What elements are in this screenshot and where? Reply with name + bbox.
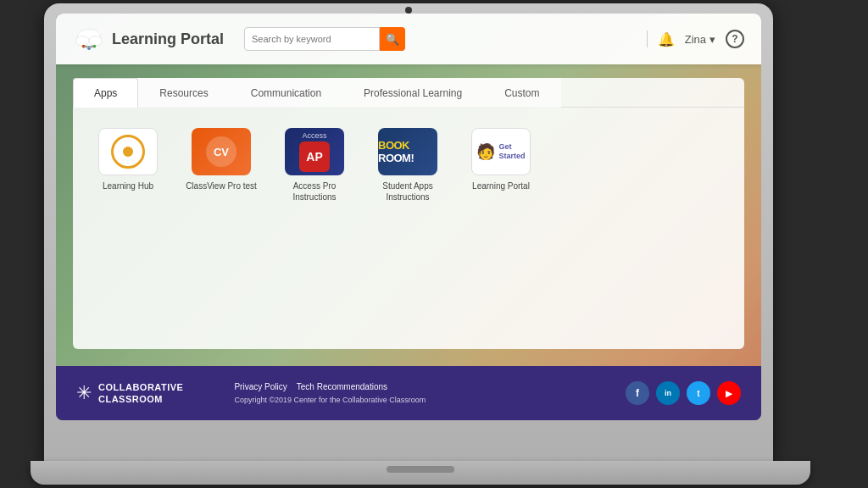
tab-apps[interactable]: Apps — [73, 78, 138, 108]
main-content: Apps Resources Communication Professiona… — [73, 78, 744, 349]
tab-resources[interactable]: Resources — [138, 78, 229, 108]
laptop-outer: Learning Portal 🔍 🔔 Zina ▾ — [44, 3, 773, 461]
svg-point-1 — [76, 36, 89, 46]
user-area[interactable]: Zina ▾ — [685, 33, 715, 46]
cv-icon: CV — [206, 136, 236, 167]
social-youtube[interactable]: ▶ — [717, 381, 741, 405]
app-icon-access-pro: Access AP — [285, 128, 344, 175]
bell-icon[interactable]: 🔔 — [658, 31, 675, 47]
app-label-bookroom: Student Apps Instructions — [370, 180, 446, 202]
header: Learning Portal 🔍 🔔 Zina ▾ — [56, 14, 761, 64]
webcam — [405, 7, 412, 14]
user-chevron-icon: ▾ — [709, 33, 715, 46]
tab-custom[interactable]: Custom — [483, 78, 560, 108]
help-icon: ? — [732, 33, 737, 45]
lh-inner — [123, 147, 133, 157]
gs-person-icon: 🧑 — [476, 142, 495, 161]
app-item-bookroom[interactable]: BOOK ROOM! Student Apps Instructions — [370, 128, 446, 202]
app-icon-get-started: 🧑 GetStarted — [471, 128, 531, 175]
search-input[interactable] — [244, 27, 380, 51]
app-label-get-started: Learning Portal — [472, 180, 530, 191]
social-twitter[interactable]: t — [687, 381, 710, 405]
app-grid: Learning Hub CV ClassView Pro test — [73, 108, 744, 223]
app-label-access-pro: Access Pro Instructions — [276, 180, 353, 202]
logo-title: Learning Portal — [112, 30, 224, 48]
privacy-policy-link[interactable]: Privacy Policy — [234, 382, 289, 391]
room-label: ROOM! — [378, 152, 414, 164]
tab-communication[interactable]: Communication — [230, 78, 342, 108]
app-icon-bookroom: BOOK ROOM! — [378, 128, 437, 175]
user-name: Zina — [685, 33, 706, 46]
app-item-classview[interactable]: CV ClassView Pro test — [183, 128, 259, 202]
ap-badge: Access AP — [299, 131, 330, 172]
footer-org-name: COLLABORATIVE CLASSROOM — [98, 381, 183, 406]
footer: ✳ COLLABORATIVE CLASSROOM Privacy Policy — [56, 366, 761, 420]
tech-recommendations-link[interactable]: Tech Recommendations — [297, 382, 387, 391]
app-item-get-started[interactable]: 🧑 GetStarted Learning Portal — [463, 128, 539, 202]
app-label-classview: ClassView Pro test — [186, 180, 257, 191]
search-area: 🔍 — [244, 27, 647, 51]
search-button[interactable]: 🔍 — [380, 27, 405, 51]
tab-professional-learning[interactable]: Professional Learning — [342, 78, 483, 108]
header-divider — [647, 30, 648, 47]
footer-copyright: Copyright ©2019 Center for the Collabora… — [234, 394, 426, 406]
app-item-learning-hub[interactable]: Learning Hub — [90, 128, 166, 202]
app-item-access-pro[interactable]: Access AP Access Pro Instructions — [276, 128, 353, 202]
footer-logo-icon: ✳ — [76, 382, 92, 404]
bookroom-text: BOOK ROOM! — [378, 139, 437, 164]
app-icon-classview: CV — [192, 128, 251, 175]
footer-links: Privacy Policy Tech Recommendations Copy… — [234, 380, 426, 406]
app-icon-learning-hub — [98, 128, 158, 175]
svg-point-4 — [87, 47, 91, 50]
logo-area: Learning Portal — [73, 26, 224, 52]
screen: Learning Portal 🔍 🔔 Zina ▾ — [56, 14, 761, 420]
screen-bezel: Learning Portal 🔍 🔔 Zina ▾ — [56, 14, 761, 420]
search-icon: 🔍 — [386, 33, 399, 46]
app-label-learning-hub: Learning Hub — [103, 180, 153, 191]
book-label: BOOK — [378, 139, 409, 152]
svg-point-2 — [89, 36, 102, 46]
cloud-logo-icon — [73, 26, 105, 52]
header-right: 🔔 Zina ▾ ? — [647, 30, 744, 48]
lh-circle — [111, 135, 145, 169]
gs-label: GetStarted — [498, 142, 525, 161]
tabs-bar: Apps Resources Communication Professiona… — [73, 78, 744, 108]
laptop-container: Learning Portal 🔍 🔔 Zina ▾ — [44, 3, 824, 485]
help-button[interactable]: ? — [726, 30, 744, 48]
footer-logo: ✳ COLLABORATIVE CLASSROOM — [76, 381, 183, 406]
social-facebook[interactable]: f — [626, 381, 649, 405]
gs-icon: 🧑 GetStarted — [476, 142, 525, 161]
ap-icon: AP — [299, 141, 330, 172]
social-linkedin[interactable]: in — [656, 381, 680, 405]
laptop-base — [31, 461, 810, 485]
footer-social: f in t ▶ — [626, 381, 741, 405]
